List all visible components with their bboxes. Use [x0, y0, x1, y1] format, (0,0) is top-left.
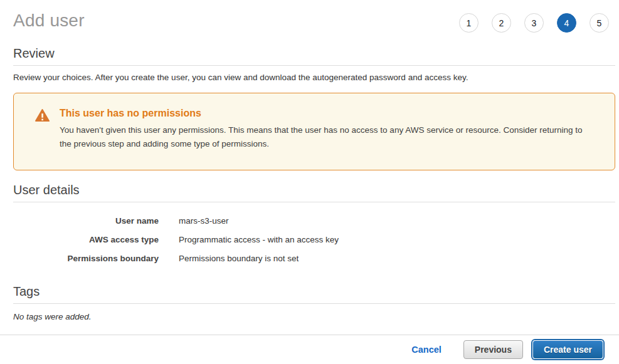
- step-2[interactable]: 2: [492, 13, 511, 33]
- create-user-button[interactable]: Create user: [532, 340, 603, 359]
- section-divider: [13, 65, 615, 66]
- detail-row-user-name: User name mars-s3-user: [13, 212, 615, 231]
- detail-label: AWS access type: [13, 235, 159, 244]
- warning-body: You haven't given this user any permissi…: [60, 123, 596, 150]
- detail-value: Permissions boundary is not set: [179, 254, 299, 263]
- wizard-content: Review Review your choices. After you cr…: [0, 33, 619, 335]
- step-1[interactable]: 1: [459, 13, 479, 33]
- review-description: Review your choices. After you create th…: [13, 72, 615, 83]
- detail-row-permissions-boundary: Permissions boundary Permissions boundar…: [13, 249, 615, 268]
- user-details-heading: User details: [13, 182, 615, 197]
- tags-heading: Tags: [13, 284, 615, 299]
- step-indicator: 1 2 3 4 5: [459, 13, 609, 33]
- user-details-section: User details User name mars-s3-user AWS …: [13, 182, 615, 268]
- user-details-rows: User name mars-s3-user AWS access type P…: [13, 212, 615, 268]
- warning-triangle-icon: [35, 109, 50, 125]
- step-5[interactable]: 5: [590, 13, 609, 33]
- step-3[interactable]: 3: [524, 13, 544, 33]
- wizard-footer: Cancel Previous Create user: [0, 335, 619, 364]
- detail-label: Permissions boundary: [13, 254, 159, 263]
- wizard-header: Add user 1 2 3 4 5: [0, 0, 619, 33]
- step-4-active[interactable]: 4: [557, 13, 576, 33]
- no-permissions-warning-alert: This user has no permissions You haven't…: [13, 93, 615, 170]
- detail-row-access-type: AWS access type Programmatic access - wi…: [13, 231, 615, 249]
- section-divider: [13, 303, 615, 304]
- previous-button[interactable]: Previous: [463, 340, 523, 359]
- add-user-wizard-page: Add user 1 2 3 4 5 Review Review your ch…: [0, 0, 619, 364]
- detail-label: User name: [13, 216, 159, 226]
- tags-section: Tags No tags were added.: [13, 284, 615, 321]
- warning-title: This user has no permissions: [60, 108, 596, 119]
- section-divider: [13, 202, 615, 202]
- detail-value: mars-s3-user: [179, 216, 229, 226]
- review-heading: Review: [13, 46, 615, 61]
- warning-content: This user has no permissions You haven't…: [60, 108, 596, 150]
- page-title: Add user: [13, 10, 85, 31]
- review-section: Review Review your choices. After you cr…: [13, 46, 615, 170]
- tags-empty-message: No tags were added.: [13, 312, 615, 321]
- detail-value: Programmatic access - with an access key: [179, 235, 339, 244]
- cancel-button[interactable]: Cancel: [411, 345, 442, 355]
